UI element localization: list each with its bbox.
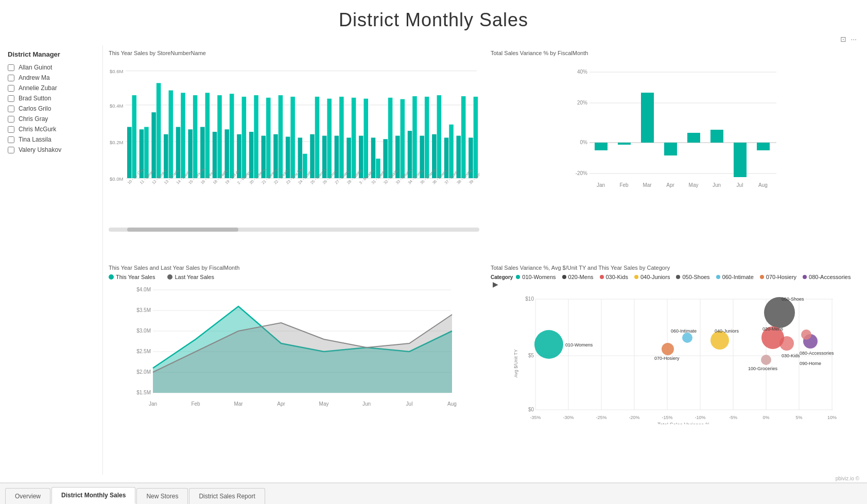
legend-shoes: 050-Shoes: [676, 274, 709, 280]
svg-point-167: [682, 333, 692, 343]
variance-chart-svg: 40% 20% 0% -20%: [491, 59, 861, 224]
sidebar-item[interactable]: Tina Lassila: [8, 134, 95, 145]
bar-chart-svg: $0.6M $0.4M $0.2M $0.0M: [109, 59, 479, 224]
svg-text:0%: 0%: [762, 415, 769, 420]
sidebar-item[interactable]: Carlos Grilo: [8, 103, 95, 114]
svg-point-163: [710, 331, 729, 350]
last-year-dot: [167, 274, 172, 280]
svg-text:040-Juniors: 040-Juniors: [715, 328, 739, 334]
svg-text:May: May: [689, 182, 699, 188]
scroll-right-icon[interactable]: ▶: [493, 280, 498, 288]
svg-rect-11: [144, 127, 149, 178]
area-chart-area[interactable]: $4.0M $3.5M $3.0M $2.5M $2.0M $1.5M: [109, 282, 479, 420]
svg-rect-21: [205, 93, 210, 178]
variance-chart-title: Total Sales Variance % by FiscalMonth: [491, 50, 861, 56]
sidebar-item[interactable]: Chris McGurk: [8, 124, 95, 134]
sidebar-items-list: Allan GuinotAndrew MaAnnelie ZubarBrad S…: [8, 62, 95, 155]
variance-chart-area[interactable]: 40% 20% 0% -20%: [491, 59, 861, 225]
svg-text:-15%: -15%: [662, 415, 672, 420]
svg-text:Jun: Jun: [713, 182, 721, 188]
legend-kids: 030-Kids: [600, 274, 628, 280]
variance-chart-container: Total Sales Variance % by FiscalMonth 40…: [485, 45, 867, 260]
svg-text:080-Accessories: 080-Accessories: [800, 351, 834, 356]
svg-text:5%: 5%: [795, 415, 802, 420]
svg-rect-53: [401, 99, 405, 178]
svg-rect-27: [242, 97, 247, 178]
legend-intimate: 060-Intimate: [716, 274, 754, 280]
svg-rect-43: [339, 97, 344, 178]
tab-district-sales-report[interactable]: District Sales Report: [189, 488, 265, 504]
svg-text:Avg $/Unit TY: Avg $/Unit TY: [513, 349, 518, 377]
expand-icon[interactable]: ⊡: [840, 35, 846, 43]
svg-rect-33: [279, 95, 283, 178]
legend-juniors: 040-Juniors: [634, 274, 670, 280]
svg-rect-111: [757, 143, 770, 150]
scatter-chart-area[interactable]: Avg $/Unit TY $10 $5 $0: [491, 290, 861, 426]
top-toolbar: ⊡ ···: [0, 35, 867, 45]
area-chart-title: This Year Sales and Last Year Sales by F…: [109, 265, 479, 271]
svg-rect-110: [734, 143, 747, 177]
footer-tabs: OverviewDistrict Monthly SalesNew Stores…: [0, 482, 867, 504]
svg-text:Apr: Apr: [666, 182, 674, 188]
tab-district-monthly-sales[interactable]: District Monthly Sales: [51, 487, 135, 504]
sidebar-item[interactable]: Chris Gray: [8, 114, 95, 124]
svg-text:Mar: Mar: [234, 401, 243, 407]
legend-womens: 010-Womens: [516, 274, 556, 280]
svg-text:Mar: Mar: [643, 182, 652, 188]
svg-text:$4.0M: $4.0M: [136, 287, 151, 292]
svg-text:070-Hosiery: 070-Hosiery: [654, 356, 680, 361]
sidebar-item[interactable]: Brad Sutton: [8, 93, 95, 103]
sidebar-item[interactable]: Andrew Ma: [8, 73, 95, 83]
sidebar-item[interactable]: Allan Guinot: [8, 62, 95, 73]
svg-rect-19: [193, 95, 198, 178]
svg-text:060-Intimate: 060-Intimate: [671, 328, 697, 334]
svg-point-175: [801, 329, 811, 340]
svg-text:050-Shoes: 050-Shoes: [782, 297, 804, 302]
scatter-chart-title: Total Sales Variance %, Avg $/Unit TY an…: [491, 265, 861, 271]
svg-rect-109: [710, 130, 723, 143]
this-year-dot: [109, 274, 114, 280]
bar-chart-container: This Year Sales by StoreNumberName $0.6M…: [103, 45, 485, 260]
svg-text:Jul: Jul: [737, 182, 743, 188]
svg-rect-108: [687, 133, 700, 143]
svg-rect-13: [157, 83, 161, 178]
svg-text:Total Sales Variance %: Total Sales Variance %: [657, 422, 710, 424]
svg-text:20%: 20%: [577, 100, 587, 106]
sidebar-item[interactable]: Annelie Zubar: [8, 83, 95, 93]
accessories-label: 080-Accessories: [809, 274, 851, 280]
svg-text:020-Mens: 020-Mens: [762, 326, 784, 332]
bar-chart-area[interactable]: $0.6M $0.4M $0.2M $0.0M: [109, 59, 479, 232]
svg-text:$2.5M: $2.5M: [136, 349, 151, 354]
shoes-label: 050-Shoes: [682, 274, 709, 280]
juniors-dot: [634, 275, 638, 279]
legend-hosiery: 070-Hosiery: [760, 274, 796, 280]
tab-overview[interactable]: Overview: [5, 488, 50, 504]
svg-text:Feb: Feb: [191, 401, 200, 407]
svg-rect-55: [412, 96, 417, 178]
tab-new-stores[interactable]: New Stores: [136, 488, 188, 504]
svg-text:$5: $5: [528, 353, 534, 358]
svg-text:10%: 10%: [827, 415, 837, 420]
svg-rect-31: [266, 98, 271, 178]
svg-rect-41: [327, 99, 332, 178]
sidebar-item[interactable]: Valery Ushakov: [8, 145, 95, 155]
svg-text:Apr: Apr: [277, 401, 285, 407]
more-options-icon[interactable]: ···: [851, 35, 857, 43]
svg-rect-17: [181, 93, 185, 178]
svg-text:$2.0M: $2.0M: [136, 369, 151, 375]
svg-text:Feb: Feb: [619, 182, 629, 188]
svg-rect-107: [664, 143, 677, 155]
hosiery-label: 070-Hosiery: [766, 274, 796, 280]
svg-text:$3.0M: $3.0M: [136, 328, 151, 334]
svg-text:$0.2M: $0.2M: [110, 140, 123, 145]
shoes-dot: [676, 275, 680, 279]
svg-text:Aug: Aug: [447, 401, 457, 407]
bar-chart-scrollbar[interactable]: [109, 228, 479, 232]
juniors-label: 040-Juniors: [640, 274, 670, 280]
svg-point-171: [779, 336, 794, 351]
mens-dot: [562, 275, 566, 279]
main-content: District Manager Allan GuinotAndrew MaAn…: [0, 45, 867, 475]
svg-rect-65: [474, 97, 478, 178]
intimate-label: 060-Intimate: [722, 274, 754, 280]
svg-text:090-Home: 090-Home: [800, 361, 821, 366]
